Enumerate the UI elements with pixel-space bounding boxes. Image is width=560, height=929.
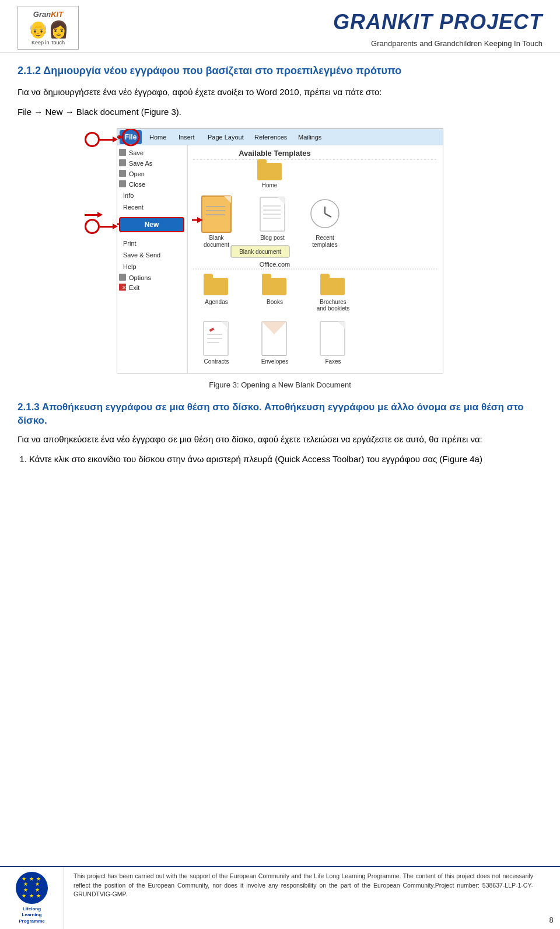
svg-text:document: document <box>204 242 229 248</box>
svg-text:Available Templates: Available Templates <box>239 149 311 158</box>
svg-rect-11 <box>119 149 126 156</box>
arrow-to-new-btn <box>85 219 118 234</box>
svg-rect-37 <box>202 196 231 232</box>
section-2-1-2-title: 2.1.2 Δημιουργία νέου εγγράφου που βασίζ… <box>18 64 542 78</box>
svg-text:Recent: Recent <box>316 235 334 241</box>
svg-text:New: New <box>145 221 159 229</box>
svg-rect-17 <box>119 180 126 187</box>
page-number: 8 <box>542 867 560 929</box>
figure-3-caption: Figure 3: Opening a New Blank Document <box>18 379 542 391</box>
svg-text:templates: templates <box>312 242 337 248</box>
svg-rect-81 <box>320 322 345 355</box>
svg-text:Home: Home <box>262 182 278 188</box>
svg-text:Save & Send: Save & Send <box>123 252 160 259</box>
grankit-logo: GranKIT 👴👩 Keep in Touch <box>18 6 79 50</box>
svg-text:Blog post: Blog post <box>260 235 285 241</box>
svg-text:Brochures: Brochures <box>320 299 346 305</box>
word-screenshot-container: File Home Insert Page Layout References … <box>117 128 443 373</box>
section-2-1-2-body2: File → New → Black document (Figure 3). <box>18 105 542 119</box>
svg-text:Blank: Blank <box>209 235 224 241</box>
svg-text:Blank document: Blank document <box>239 249 281 255</box>
svg-rect-15 <box>119 170 126 177</box>
svg-text:Save As: Save As <box>129 160 153 167</box>
svg-rect-13 <box>119 159 126 166</box>
eu-logo: ★ ★ ★★ ★★ ★★ ★ ★ LifelongLearningProgram… <box>0 867 64 929</box>
svg-rect-60 <box>204 278 228 295</box>
svg-rect-35 <box>257 159 267 165</box>
svg-text:Exit: Exit <box>129 284 139 291</box>
word-screenshot-svg: File Home Insert Page Layout References … <box>117 128 443 373</box>
svg-rect-26 <box>119 274 126 281</box>
svg-text:Agendas: Agendas <box>205 299 228 305</box>
logo-keepintouch: Keep in Touch <box>20 39 76 47</box>
eu-stars-icon: ★ ★ ★★ ★★ ★★ ★ ★ <box>16 872 48 904</box>
svg-text:Faxes: Faxes <box>325 358 341 365</box>
svg-text:References: References <box>254 134 288 141</box>
list-item-1: Κάντε κλικ στο εικονίδιο του δίσκου στην… <box>29 452 542 466</box>
section-2-1-3-body1: Για να αποθηκεύσετε ένα νέο έγγραφο σε μ… <box>18 432 542 446</box>
svg-text:Office.com: Office.com <box>260 261 290 268</box>
svg-text:Recent: Recent <box>123 204 144 211</box>
project-subtitle: Grandparents and Grandchildren Keeping I… <box>333 38 542 50</box>
save-instructions-list: Κάντε κλικ στο εικονίδιο του δίσκου στην… <box>29 452 542 466</box>
svg-rect-63 <box>262 278 286 295</box>
svg-text:and booklets: and booklets <box>317 305 350 312</box>
project-title: GRANKIT PROJECT <box>333 6 542 38</box>
svg-text:Insert: Insert <box>178 134 195 141</box>
svg-text:Print: Print <box>123 240 136 247</box>
svg-text:✕: ✕ <box>122 285 127 291</box>
svg-text:Envelopes: Envelopes <box>261 358 289 365</box>
svg-text:Mailings: Mailings <box>298 134 322 141</box>
svg-text:Books: Books <box>267 299 283 305</box>
svg-text:Options: Options <box>129 274 151 281</box>
svg-rect-9 <box>117 145 187 373</box>
section-2-1-2-body1: Για να δημιουργήσετε ένα νέο έγγραφο, αφ… <box>18 85 542 99</box>
page-content: 2.1.2 Δημιουργία νέου εγγράφου που βασίζ… <box>0 53 560 476</box>
arrow-to-blank-doc <box>85 212 103 218</box>
page-footer: ★ ★ ★★ ★★ ★★ ★ ★ LifelongLearningProgram… <box>0 866 560 929</box>
svg-text:Info: Info <box>123 192 134 199</box>
section-2-1-3-title1: 2.1.3 Αποθήκευση εγγράφου σε μια θέση στ… <box>18 400 542 428</box>
header-right: GRANKIT PROJECT Grandparents and Grandch… <box>333 6 542 50</box>
svg-text:Open: Open <box>129 170 145 177</box>
svg-text:Page Layout: Page Layout <box>208 134 244 141</box>
svg-rect-61 <box>204 274 213 279</box>
svg-text:Help: Help <box>123 263 136 270</box>
svg-text:Save: Save <box>129 149 144 156</box>
eu-programme-label: LifelongLearningProgramme <box>19 906 44 924</box>
svg-rect-66 <box>320 278 345 295</box>
logo-figures-icon: 👴👩 <box>20 22 76 38</box>
svg-rect-34 <box>257 163 282 180</box>
svg-text:File: File <box>125 133 137 141</box>
svg-rect-67 <box>320 274 330 279</box>
svg-text:Close: Close <box>129 181 145 188</box>
svg-text:Contracts: Contracts <box>204 358 229 365</box>
svg-text:Home: Home <box>149 134 166 141</box>
svg-rect-64 <box>262 274 271 279</box>
logo-text: GranKIT <box>20 9 76 20</box>
footer-disclaimer: This project has been carried out with t… <box>64 867 542 929</box>
arrow-to-file <box>85 132 118 147</box>
page-header: GranKIT 👴👩 Keep in Touch GRANKIT PROJECT… <box>0 0 560 53</box>
